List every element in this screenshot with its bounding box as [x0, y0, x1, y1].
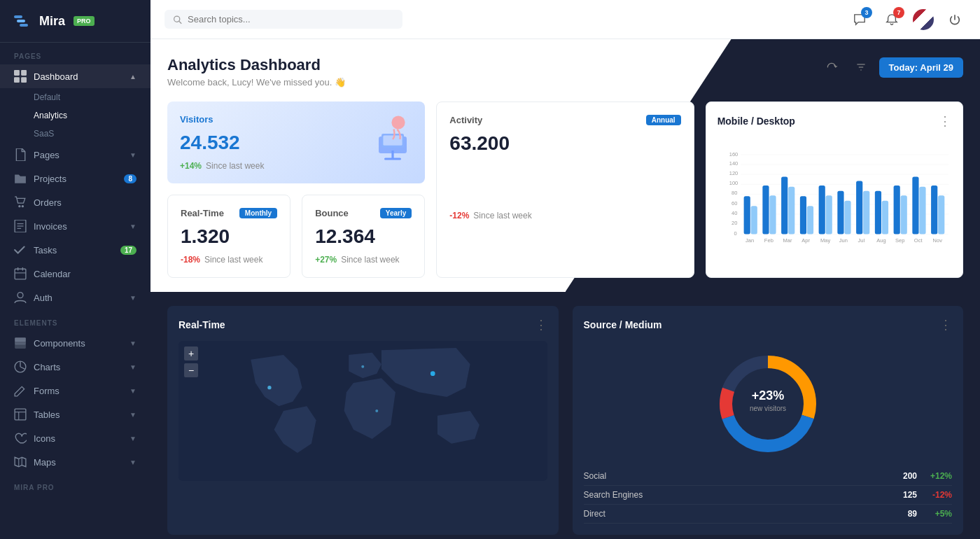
- svg-rect-78: [938, 195, 944, 234]
- source-more-btn[interactable]: ⋮: [939, 317, 952, 332]
- activity-title: Activity: [449, 115, 482, 125]
- sidebar-item-forms[interactable]: Forms ▼: [0, 379, 150, 402]
- svg-rect-2: [20, 24, 28, 27]
- calendar-icon: [14, 267, 27, 280]
- user-icon: [14, 291, 27, 304]
- sidebar-item-auth[interactable]: Auth ▼: [0, 286, 150, 309]
- sidebar-sub-saas[interactable]: SaaS: [0, 125, 150, 143]
- svg-text:May: May: [820, 237, 830, 244]
- sidebar-item-projects[interactable]: Projects 8: [0, 167, 150, 190]
- sidebar-sub-default[interactable]: Default: [0, 88, 150, 106]
- svg-text:Feb: Feb: [764, 237, 774, 244]
- svg-point-94: [375, 410, 378, 412]
- sidebar-item-tables[interactable]: Tables ▼: [0, 402, 150, 426]
- main-content: 3 7 Analytics Dashboard Welcome back, Lu…: [150, 0, 980, 539]
- realtime-label: Since last week: [204, 255, 262, 265]
- sidebar-item-components[interactable]: Components ▼: [0, 331, 150, 355]
- svg-text:20: 20: [732, 220, 737, 226]
- realtime-value: 1.320: [181, 225, 277, 248]
- page-content: Analytics Dashboard Welcome back, Lucy! …: [150, 39, 980, 539]
- zoom-in-btn[interactable]: +: [184, 346, 198, 360]
- source-val: 200: [882, 471, 917, 481]
- refresh-btn[interactable]: [820, 56, 843, 78]
- svg-text:+23%: +23%: [751, 388, 784, 402]
- source-medium-card: Source / Medium ⋮: [573, 306, 964, 535]
- svg-point-91: [267, 386, 271, 389]
- activity-label: Since last week: [473, 211, 531, 220]
- donut-chart: +23% new visitors: [712, 348, 824, 460]
- svg-rect-3: [14, 70, 20, 76]
- sidebar: Mira PRO PAGES Dashboard ▲ Default Analy…: [0, 0, 150, 539]
- svg-point-33: [392, 115, 405, 129]
- svg-text:160: 160: [729, 151, 738, 158]
- filter-btn[interactable]: [850, 56, 872, 78]
- search-input[interactable]: [188, 14, 394, 24]
- svg-text:60: 60: [732, 200, 737, 206]
- svg-rect-76: [919, 187, 925, 234]
- search-wrap[interactable]: [164, 10, 402, 29]
- activity-pct: -12%: [449, 211, 469, 220]
- source-change: +12%: [917, 471, 952, 481]
- left-stats: Visitors 24.532: [167, 102, 425, 278]
- bounce-label: Since last week: [341, 255, 399, 265]
- svg-rect-38: [384, 158, 401, 160]
- source-title: Source / Medium: [584, 319, 662, 330]
- svg-rect-1: [17, 20, 25, 22]
- realtime-map-card: Real-Time ⋮ + −: [167, 306, 559, 535]
- logo-text: Mira: [39, 14, 65, 29]
- page-header-actions: Today: April 29: [820, 56, 963, 78]
- bar-chart: 160 140 120 100 80 60 40 20 0: [718, 137, 951, 263]
- power-btn[interactable]: [944, 8, 966, 31]
- realtime-pct: -18%: [181, 255, 200, 265]
- svg-text:140: 140: [729, 160, 738, 167]
- content-top: Analytics Dashboard Welcome back, Lucy! …: [150, 39, 980, 292]
- source-row-search: Search Engines 125 -12%: [584, 486, 953, 505]
- chat-btn[interactable]: 3: [848, 8, 871, 31]
- map-more-btn[interactable]: ⋮: [535, 317, 547, 332]
- filter-icon: [855, 62, 867, 73]
- sidebar-item-pages[interactable]: Pages ▼: [0, 143, 150, 167]
- flag-icon[interactable]: [913, 9, 934, 30]
- svg-rect-13: [15, 269, 26, 279]
- activity-badge: Annual: [646, 115, 681, 125]
- svg-rect-61: [781, 177, 788, 234]
- svg-rect-22: [15, 409, 26, 420]
- activity-card: Activity Annual 63.200 -12% Since last w…: [436, 102, 694, 278]
- bottom-row: Real-Time ⋮ + −: [167, 306, 963, 535]
- svg-rect-60: [769, 195, 776, 234]
- content-bottom: Real-Time ⋮ + −: [150, 292, 980, 539]
- chart-more-btn[interactable]: ⋮: [939, 113, 951, 129]
- mobile-desktop-card: Mobile / Desktop ⋮ 160 140 120 100 80 60…: [706, 102, 963, 278]
- today-btn[interactable]: Today: April 29: [879, 57, 963, 78]
- svg-text:Jun: Jun: [839, 237, 848, 244]
- sidebar-sub-analytics[interactable]: Analytics: [0, 106, 150, 125]
- svg-point-7: [18, 205, 20, 207]
- svg-rect-63: [800, 196, 806, 234]
- svg-rect-0: [14, 15, 22, 18]
- elements-section-label: ELEMENTS: [0, 309, 150, 331]
- svg-rect-62: [788, 187, 794, 234]
- layers-icon: [14, 337, 27, 349]
- svg-rect-72: [882, 201, 888, 234]
- sidebar-item-calendar[interactable]: Calendar: [0, 262, 150, 286]
- svg-rect-58: [750, 206, 757, 234]
- svg-text:Nov: Nov: [932, 237, 942, 244]
- sidebar-item-dashboard[interactable]: Dashboard ▲: [0, 64, 150, 88]
- bell-badge: 7: [893, 7, 904, 18]
- power-icon: [948, 13, 961, 26]
- sidebar-item-icons[interactable]: Icons ▼: [0, 426, 150, 450]
- page-title-area: Analytics Dashboard Welcome back, Lucy! …: [167, 56, 346, 88]
- zoom-out-btn[interactable]: −: [184, 363, 198, 377]
- svg-text:Aug: Aug: [876, 237, 886, 244]
- source-change: -12%: [917, 490, 952, 500]
- bell-btn[interactable]: 7: [881, 8, 903, 31]
- svg-point-17: [18, 293, 23, 298]
- source-val: 89: [882, 509, 917, 519]
- sidebar-item-tasks[interactable]: Tasks 17: [0, 238, 150, 262]
- sidebar-item-maps[interactable]: Maps ▼: [0, 450, 150, 474]
- sidebar-item-charts[interactable]: Charts ▼: [0, 355, 150, 379]
- sidebar-item-orders[interactable]: Orders: [0, 190, 150, 214]
- folder-icon: [14, 172, 27, 185]
- sidebar-item-invoices[interactable]: Invoices ▼: [0, 214, 150, 238]
- source-change: +5%: [917, 509, 952, 519]
